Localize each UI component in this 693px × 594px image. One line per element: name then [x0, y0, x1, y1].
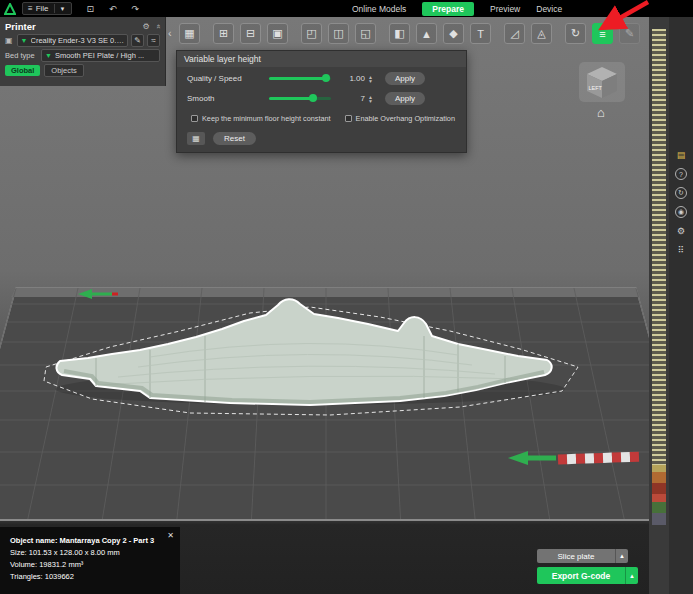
home-view-icon[interactable]: ⌂	[597, 105, 605, 120]
auto-arrange-icon[interactable]: ▣	[267, 23, 288, 44]
settings-icon[interactable]: ⚙	[675, 225, 687, 237]
tab-objects[interactable]: Objects	[44, 64, 83, 77]
auto-orient-icon[interactable]: ◰	[301, 23, 322, 44]
tab-prepare[interactable]: Prepare	[422, 2, 474, 16]
smooth-stepper[interactable]: ▲▼	[368, 95, 373, 103]
file-menu-label: File	[36, 4, 49, 13]
apply-quality-button[interactable]: Apply	[385, 72, 425, 85]
slice-plate-button[interactable]: Slice plate ▲	[537, 549, 628, 563]
quality-speed-value: 1.00	[339, 74, 365, 83]
bed-type-label: Bed type	[5, 51, 41, 60]
overhang-label: Enable Overhang Optimization	[356, 114, 455, 123]
smooth-value: 7	[339, 94, 365, 103]
chevron-up-icon[interactable]: ▲	[625, 567, 638, 584]
smooth-slider[interactable]	[269, 97, 331, 100]
edit-printer-icon[interactable]: ✎	[131, 34, 144, 47]
record-icon[interactable]: ◉	[675, 206, 687, 218]
redo-icon[interactable]: ↷	[132, 4, 140, 14]
gear-icon[interactable]: ⚙	[142, 22, 149, 31]
title-bar: ≡ File ▼ ⊡ ↶ ↷ Online Models Prepare Pre…	[0, 0, 693, 17]
add-model-icon[interactable]: ⊞	[213, 23, 234, 44]
popup-title: Variable layer height	[177, 51, 466, 67]
printer-panel-title: Printer	[5, 21, 136, 32]
adaptive-icon[interactable]: ▦	[187, 132, 205, 145]
file-menu-button[interactable]: ≡ File ▼	[22, 2, 72, 15]
slider-knob[interactable]	[322, 74, 330, 82]
close-icon[interactable]: ✕	[167, 531, 174, 540]
keep-floor-checkbox[interactable]	[191, 115, 198, 122]
split-to-parts-icon[interactable]: ◱	[355, 23, 376, 44]
plates-list-icon[interactable]: ▤	[675, 149, 687, 161]
tab-device[interactable]: Device	[536, 4, 562, 14]
variable-layer-height-popup: Variable layer height Quality / Speed 1.…	[176, 50, 467, 153]
layer-bands	[652, 29, 666, 465]
plate-settings-icon[interactable]: ▦	[179, 23, 200, 44]
slicer-app: ≡ File ▼ ⊡ ↶ ↷ Online Models Prepare Pre…	[0, 0, 693, 594]
tab-online-models[interactable]: Online Models	[352, 4, 406, 14]
hamburger-icon: ≡	[28, 4, 33, 13]
add-plate-icon[interactable]: ⊟	[240, 23, 261, 44]
bed-type-value: Smooth PEI Plate / High ...	[55, 51, 144, 60]
right-rail: ▤ ? ↻ ◉ ⚙ ⠿	[669, 17, 693, 594]
tab-preview[interactable]: Preview	[490, 4, 520, 14]
text-tool-icon[interactable]: T	[470, 23, 491, 44]
collapse-panel-icon[interactable]: «	[153, 24, 162, 28]
object-name: Object name: Mantarraya Copy 2 - Part 3	[10, 535, 170, 547]
object-volume: Volume: 19831.2 mm³	[10, 559, 170, 571]
layer-bands-colored	[652, 465, 666, 525]
toolbar-collapse-icon[interactable]: ‹	[168, 27, 172, 39]
quality-speed-label: Quality / Speed	[187, 74, 269, 83]
color-painting-icon[interactable]: ◧	[389, 23, 410, 44]
seam-painting-icon[interactable]: ◆	[443, 23, 464, 44]
chevron-down-icon: ▼	[45, 52, 52, 59]
export-gcode-button[interactable]: Export G-code ▲	[537, 567, 638, 584]
chevron-down-icon: ▼	[21, 37, 28, 44]
apps-icon[interactable]: ⠿	[675, 244, 687, 256]
export-gcode-label: Export G-code	[537, 571, 625, 581]
app-logo-icon	[4, 3, 16, 15]
overhang-checkbox[interactable]	[345, 115, 352, 122]
layer-height-strip[interactable]	[649, 17, 669, 594]
smooth-label: Smooth	[187, 94, 269, 103]
printer-icon: ▣	[5, 36, 13, 45]
navigation-cube[interactable]: LEFT	[579, 62, 625, 106]
cube-face-label: LEFT	[589, 85, 603, 91]
divider	[54, 4, 55, 13]
assembly-view-icon[interactable]: ◬	[531, 23, 552, 44]
apply-smooth-button[interactable]: Apply	[385, 92, 425, 105]
support-painting-icon[interactable]: ▲	[416, 23, 437, 44]
history-icon[interactable]: ↻	[675, 187, 687, 199]
save-icon[interactable]: ⊡	[87, 4, 95, 14]
printer-panel: Printer ⚙ « ▣ ▼ Creality Ender-3 V3 SE 0…	[0, 17, 166, 86]
split-to-objects-icon[interactable]: ◫	[328, 23, 349, 44]
slice-plate-label: Slice plate	[537, 552, 615, 561]
quality-stepper[interactable]: ▲▼	[368, 75, 373, 83]
chevron-down-icon: ▼	[60, 6, 66, 12]
quality-speed-slider[interactable]	[269, 77, 331, 80]
chevron-up-icon[interactable]: ▲	[615, 549, 628, 563]
layer-edit-icon[interactable]: ✎	[619, 23, 640, 44]
printer-select-value: Creality Ender-3 V3 SE 0.4 no	[31, 36, 125, 45]
help-icon[interactable]: ?	[675, 168, 687, 180]
measure-tool-icon[interactable]: ◿	[504, 23, 525, 44]
slider-fill	[269, 97, 313, 100]
object-triangles: Triangles: 1039662	[10, 571, 170, 583]
printer-connection-icon[interactable]: ≈	[147, 34, 160, 47]
slider-knob[interactable]	[309, 94, 317, 102]
slider-fill	[269, 77, 326, 80]
bed-type-select[interactable]: ▼ Smooth PEI Plate / High ...	[41, 49, 160, 62]
undo-icon[interactable]: ↶	[109, 4, 117, 14]
reset-button[interactable]: Reset	[213, 132, 256, 145]
tab-global[interactable]: Global	[5, 65, 40, 76]
keep-floor-label: Keep the minimum floor height constant	[202, 114, 331, 123]
mode-tabs: Online Models Prepare Preview Device	[352, 0, 562, 17]
orientation-tool-icon[interactable]: ↻	[565, 23, 586, 44]
variable-layer-height-icon[interactable]: ≡	[592, 23, 613, 44]
printer-select[interactable]: ▼ Creality Ender-3 V3 SE 0.4 no	[17, 34, 128, 47]
object-size: Size: 101.53 x 128.00 x 8.00 mm	[10, 547, 170, 559]
main-toolbar: ▦ ⊞ ⊟ ▣ ◰ ◫ ◱ ◧ ▲ ◆ T ◿ ◬ ↻ ≡ ✎	[179, 23, 640, 44]
object-info-panel: Object name: Mantarraya Copy 2 - Part 3 …	[0, 527, 180, 594]
